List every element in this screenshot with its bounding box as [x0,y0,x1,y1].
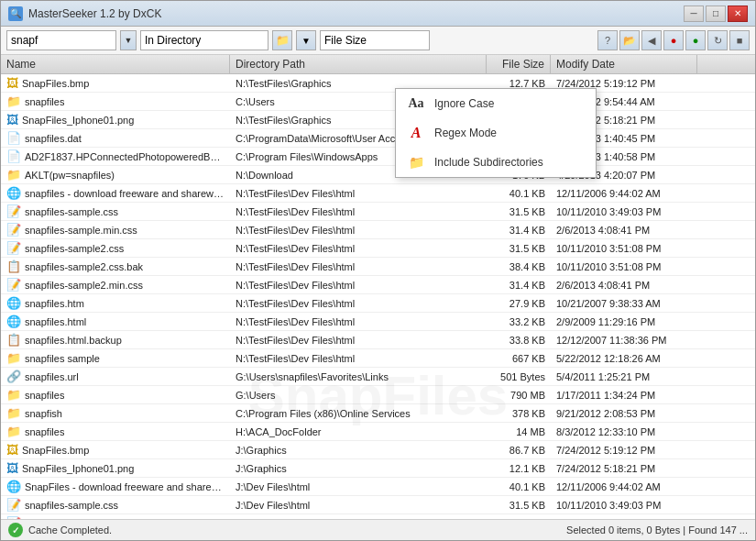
table-row[interactable]: 🖼 SnapFiles.bmp J:\Graphics 86.7 KB 7/24… [1,441,755,459]
file-type-icon: 📁 [6,388,21,402]
red-icon-button[interactable]: ● [663,30,684,50]
file-path: J:\Graphics [230,443,487,458]
file-name: snapfiles-sample.min.css [25,225,137,236]
sort-order-button[interactable]: ▼ [296,30,316,50]
minimize-button[interactable]: ─ [684,6,704,22]
file-date: 10/11/2010 3:51:08 PM [551,516,697,520]
file-size: 38.4 KB [487,259,551,274]
file-type-icon: 📝 [6,223,21,237]
list-header: Name Directory Path File Size Modify Dat… [1,55,755,74]
file-size: 31.5 KB [487,241,551,256]
file-type-icon: 📝 [6,278,21,292]
help-button[interactable]: ? [597,30,618,50]
stop-button[interactable]: ■ [729,30,750,50]
search-dropdown-button[interactable]: ▼ [120,30,137,50]
file-path: N:\TestFiles\Dev Files\html [230,333,487,348]
maximize-button[interactable]: □ [706,6,726,22]
include-subdirs-item[interactable]: 📁 Include Subdirectories [396,148,596,177]
file-size: 31.5 KB [487,516,551,520]
regex-mode-item[interactable]: A Regex Mode [396,118,596,148]
table-row[interactable]: 📁 snapfiles G:\Users 790 MB 1/17/2011 1:… [1,386,755,404]
file-name-cell: 📁 snapfish [1,404,230,422]
table-row[interactable]: 📝 snapfiles-sample2.css J:\Dev Files\htm… [1,514,755,519]
table-row[interactable]: 📁 snapfiles sample N:\TestFiles\Dev File… [1,349,755,368]
file-size: 33.8 KB [487,333,551,348]
file-list[interactable]: Name Directory Path File Size Modify Dat… [1,55,755,519]
browse-folder-button[interactable]: 📁 [272,30,292,50]
file-name: snapfiles - download freeware and sharew… [25,188,225,199]
table-row[interactable]: 🌐 snapfiles.html N:\TestFiles\Dev Files\… [1,313,755,331]
table-row[interactable]: 📝 snapfiles-sample.min.css N:\TestFiles\… [1,221,755,239]
file-type-icon: 📋 [6,259,21,273]
table-row[interactable]: 🖼 SnapFiles_Iphone01.png N:\TestFiles\Gr… [1,111,755,129]
col-header-size[interactable]: File Size [487,55,551,73]
table-row[interactable]: 📋 snapfiles-sample2.css.bak N:\TestFiles… [1,258,755,276]
file-path: N:\TestFiles\Dev Files\html [230,296,487,311]
file-name: snapfiles-sample2.css [25,518,124,520]
file-name-cell: 📁 snapfiles [1,423,230,440]
file-type-icon: 📁 [6,351,21,365]
file-name: SnapFiles_Iphone01.png [22,463,134,474]
table-row[interactable]: 📄 snapfiles.dat C:\ProgramData\Microsoft… [1,129,755,148]
file-type-icon: 🌐 [6,186,21,200]
table-row[interactable]: 📋 snapfiles.html.backup N:\TestFiles\Dev… [1,331,755,349]
main-window: 🔍 MasterSeeker 1.2 by DxCK ─ □ ✕ ▼ 📁 ▼ ?… [0,0,756,541]
file-type-icon: 🔗 [6,370,21,383]
file-name-cell: 📄 snapfiles.dat [1,129,230,147]
table-row[interactable]: 📁 snapfish C:\Program Files (x86)\Online… [1,404,755,423]
file-date: 10/11/2010 3:49:03 PM [551,204,697,219]
file-size: 667 KB [487,351,551,366]
file-name-cell: 📁 AKLT(pw=snapfiles) [1,166,230,183]
file-date: 7/24/2012 5:18:21 PM [551,461,697,476]
file-name-cell: 📝 snapfiles-sample2.min.css [1,276,230,293]
file-date: 7/24/2012 5:19:12 PM [551,443,697,458]
col-header-path[interactable]: Directory Path [230,55,487,73]
window-title: MasterSeeker 1.2 by DxCK [28,7,161,20]
file-name: SnapFiles.bmp [22,78,89,89]
table-row[interactable]: 🖼 SnapFiles_Iphone01.png J:\Graphics 12.… [1,459,755,478]
file-date: 1/17/2011 1:34:24 PM [551,388,697,403]
col-header-name[interactable]: Name [1,55,230,73]
col-header-date[interactable]: Modify Date [551,55,697,73]
title-bar: 🔍 MasterSeeker 1.2 by DxCK ─ □ ✕ [1,1,755,27]
table-row[interactable]: 📝 snapfiles-sample.css J:\Dev Files\html… [1,496,755,514]
file-path: N:\TestFiles\Dev Files\html [230,223,487,237]
ignore-case-item[interactable]: Aa Ignore Case [396,89,596,118]
table-row[interactable]: 📄 AD2F1837.HPConnectedPhotopoweredBySn..… [1,148,755,166]
table-row[interactable]: 🖼 SnapFiles.bmp N:\TestFiles\Graphics 12… [1,74,755,93]
refresh-button[interactable]: ↻ [707,30,728,50]
table-row[interactable]: 🌐 snapfiles.htm N:\TestFiles\Dev Files\h… [1,294,755,313]
table-row[interactable]: 🌐 snapfiles - download freeware and shar… [1,184,755,203]
file-name: AKLT(pw=snapfiles) [25,170,115,181]
file-size: 86.7 KB [487,443,551,458]
file-name-cell: 🖼 SnapFiles.bmp [1,74,230,92]
table-row[interactable]: 📝 snapfiles-sample2.min.css N:\TestFiles… [1,276,755,294]
file-path: H:\ACA_DocFolder [230,425,487,439]
location-input[interactable] [140,30,268,50]
file-name-cell: 📝 snapfiles-sample2.css [1,514,230,519]
file-name-cell: 📁 snapfiles [1,386,230,403]
file-name: snapfiles.html.backup [25,335,122,346]
table-row[interactable]: 📁 AKLT(pw=snapfiles) N:\Download 170 KB … [1,166,755,184]
table-row[interactable]: 📁 snapfiles C:\Users 9/25/2012 9:54:44 A… [1,93,755,111]
file-date: 9/21/2012 2:08:53 PM [551,406,697,421]
file-name: snapfiles.html [25,316,86,327]
file-name-cell: 📁 snapfiles sample [1,349,230,367]
file-size-input[interactable] [320,30,430,50]
file-path: N:\TestFiles\Dev Files\html [230,204,487,219]
green-icon-button[interactable]: ● [685,30,706,50]
table-row[interactable]: 🔗 snapfiles.url G:\Users\snapfiles\Favor… [1,368,755,386]
file-name-cell: 🌐 SnapFiles - download freeware and shar… [1,478,230,495]
file-name: snapfish [25,408,62,419]
close-button[interactable]: ✕ [728,6,748,22]
open-button[interactable]: 📂 [619,30,640,50]
table-row[interactable]: 🌐 SnapFiles - download freeware and shar… [1,478,755,496]
file-type-icon: 📝 [6,516,21,519]
back-button[interactable]: ◀ [641,30,662,50]
file-name: snapfiles-sample.css [25,500,118,511]
table-row[interactable]: 📝 snapfiles-sample.css N:\TestFiles\Dev … [1,203,755,221]
search-input[interactable] [6,30,116,50]
file-name-cell: 📋 snapfiles-sample2.css.bak [1,258,230,275]
table-row[interactable]: 📁 snapfiles H:\ACA_DocFolder 14 MB 8/3/2… [1,423,755,441]
table-row[interactable]: 📝 snapfiles-sample2.css N:\TestFiles\Dev… [1,239,755,258]
